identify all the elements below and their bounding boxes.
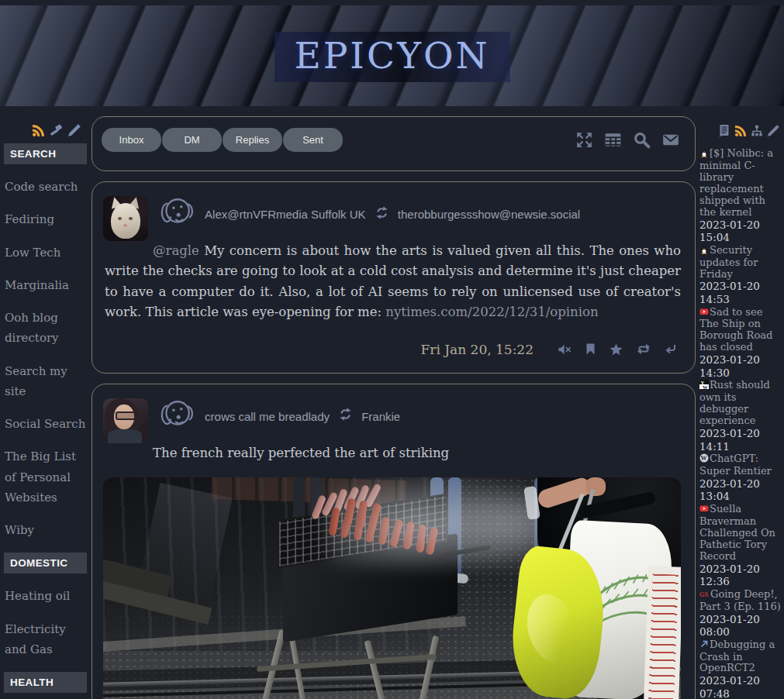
svg-text:W: W bbox=[703, 384, 708, 389]
penguin-icon bbox=[699, 148, 709, 160]
sidebar-link-social-search[interactable]: Social Search bbox=[4, 408, 87, 440]
newswire-item[interactable]: Sad to see The Ship on Borough Road has … bbox=[699, 307, 781, 380]
photo-protest-sign bbox=[644, 566, 681, 699]
table-view-icon[interactable] bbox=[603, 130, 623, 150]
sidebar-link-heating-oil[interactable]: Heating oil bbox=[4, 580, 87, 612]
post-body: The french really perfected the art of s… bbox=[105, 443, 681, 463]
mention-link[interactable]: @ragle bbox=[153, 243, 199, 258]
news-time: 07:48 bbox=[699, 688, 781, 699]
repeat-icon[interactable] bbox=[637, 343, 651, 355]
bookmark-icon[interactable] bbox=[585, 343, 596, 355]
sidebar-section-domestic: DOMESTIC bbox=[4, 553, 87, 573]
mute-icon[interactable] bbox=[558, 344, 572, 355]
article-link[interactable]: nytimes.com/2022/12/31/opinion bbox=[385, 305, 598, 319]
post-author-handle[interactable]: crows call me breadlady bbox=[205, 409, 330, 422]
left-sidebar: SEARCH Code search Fediring Low Tech Mar… bbox=[0, 106, 90, 699]
person-icon[interactable] bbox=[156, 195, 196, 233]
person-icon[interactable] bbox=[156, 397, 196, 436]
moderation-tree-icon[interactable] bbox=[751, 125, 763, 140]
boost-icon bbox=[374, 205, 390, 223]
hammer-icon[interactable] bbox=[50, 124, 63, 137]
timeline: Inbox DM Replies Sent Alex@rtnVFRmedia S… bbox=[92, 106, 696, 699]
news-time: 15:04 bbox=[699, 232, 781, 244]
news-time: 12:36 bbox=[699, 576, 781, 588]
post-author-handle[interactable]: Alex@rtnVFRmedia Suffolk UK bbox=[205, 208, 366, 221]
post-timestamp: Fri Jan 20, 15:22 bbox=[421, 342, 534, 357]
arrow-ne-icon bbox=[699, 639, 709, 652]
sidebar-link-ooh-blog-directory[interactable]: Ooh blog directory bbox=[4, 301, 87, 355]
boost-icon bbox=[337, 407, 354, 425]
expand-icon[interactable] bbox=[575, 130, 594, 150]
newspaper-icon[interactable] bbox=[718, 124, 730, 140]
sidebar-link-code-search[interactable]: Code search bbox=[4, 170, 87, 203]
svg-text:W: W bbox=[701, 455, 707, 462]
post-card: Alex@rtnVFRmedia Suffolk UK therobburges… bbox=[92, 181, 696, 374]
newswire-column: [$] Nolibc: a minimal C-library replacem… bbox=[699, 106, 784, 699]
sidebar-link-wiby[interactable]: Wiby bbox=[4, 514, 87, 546]
newswire-item[interactable]: [$] Nolibc: a minimal C-library replacem… bbox=[699, 148, 781, 244]
tab-sent[interactable]: Sent bbox=[283, 128, 343, 152]
envelope-icon[interactable] bbox=[661, 130, 681, 150]
post-boosted-handle[interactable]: Frankie bbox=[361, 409, 400, 422]
post-text: The french really perfected the art of s… bbox=[153, 446, 449, 460]
newswire-item[interactable]: Debugging a Crash in OpenRCT2 2023-01-20… bbox=[699, 639, 781, 699]
rss-feed-icon[interactable] bbox=[734, 125, 747, 140]
timeline-header: Inbox DM Replies Sent bbox=[92, 116, 696, 171]
news-date: 2023-01-20 bbox=[699, 219, 781, 232]
post-boosted-handle[interactable]: therobburgessshow@newsie.social bbox=[398, 208, 580, 221]
youtube-icon bbox=[699, 504, 709, 516]
post-photo[interactable] bbox=[103, 477, 681, 699]
sidebar-link-low-tech[interactable]: Low Tech bbox=[4, 236, 87, 269]
newswire-item[interactable]: GSGoing Deep!, Part 3 (Ep. 116) 2023-01-… bbox=[699, 589, 781, 639]
post-footer: Fri Jan 20, 15:22 bbox=[103, 342, 676, 357]
news-date: 2023-01-20 bbox=[699, 614, 781, 626]
search-icon[interactable] bbox=[632, 130, 651, 150]
news-date: 2023-01-20 bbox=[699, 281, 781, 293]
newswire-item[interactable]: WChatGPT: Super Rentier 2023-01-20 13:04 bbox=[699, 453, 781, 503]
epicyon-page: { "banner": { "title": "EPICYON" }, "col… bbox=[0, 0, 784, 699]
newswire-item[interactable]: YWRust should own its debugger experienc… bbox=[699, 380, 781, 453]
news-date: 2023-01-20 bbox=[699, 478, 781, 491]
news-date: 2023-01-20 bbox=[699, 675, 781, 687]
post-card: crows call me breadlady Frankie The fren… bbox=[92, 384, 696, 699]
rss-feed-icon[interactable] bbox=[32, 124, 45, 137]
sidebar-link-search-my-site[interactable]: Search my site bbox=[4, 355, 87, 408]
site-title: EPICYON bbox=[274, 32, 509, 82]
avatar[interactable] bbox=[103, 398, 148, 443]
sidebar-section-health: HEALTH bbox=[4, 672, 87, 693]
news-date: 2023-01-20 bbox=[699, 428, 781, 440]
wordpress-icon: W bbox=[699, 453, 709, 466]
sidebar-link-marginalia[interactable]: Marginalia bbox=[4, 269, 87, 301]
sidebar-link-electricity-and-gas[interactable]: Electricity and Gas bbox=[4, 613, 87, 666]
sidebar-link-fediring[interactable]: Fediring bbox=[4, 203, 87, 236]
news-time: 13:04 bbox=[699, 491, 781, 503]
news-time: 14:11 bbox=[699, 441, 781, 453]
newswire-item[interactable]: Security updates for Friday 2023-01-20 1… bbox=[699, 245, 781, 306]
tab-dm[interactable]: DM bbox=[162, 128, 222, 152]
news-time: 08:00 bbox=[699, 626, 781, 639]
banner-image[interactable]: EPICYON bbox=[0, 5, 784, 106]
gs-logo-icon: GS bbox=[699, 589, 710, 601]
news-time: 14:30 bbox=[699, 367, 781, 380]
tab-inbox[interactable]: Inbox bbox=[102, 128, 161, 152]
tab-replies[interactable]: Replies bbox=[223, 128, 282, 152]
reply-icon[interactable] bbox=[665, 344, 676, 355]
svg-text:GS: GS bbox=[699, 590, 709, 597]
sidebar-section-search: SEARCH bbox=[4, 143, 87, 164]
star-icon[interactable] bbox=[610, 343, 623, 356]
edit-pen-icon[interactable] bbox=[67, 124, 81, 137]
penguin-icon bbox=[699, 245, 709, 257]
news-time: 14:53 bbox=[699, 294, 781, 306]
post-body: @ragle My concern is about how the arts … bbox=[105, 241, 681, 323]
news-date: 2023-01-20 bbox=[699, 354, 781, 367]
news-date: 2023-01-20 bbox=[699, 563, 781, 576]
edit-pen-icon[interactable] bbox=[767, 125, 779, 140]
yw-logo-icon: YW bbox=[699, 380, 709, 392]
avatar[interactable] bbox=[103, 196, 148, 241]
youtube-icon bbox=[699, 307, 709, 319]
newswire-item[interactable]: Suella Braverman Challenged On Pathetic … bbox=[699, 504, 781, 588]
sidebar-link-big-list-personal-websites[interactable]: The Big List of Personal Websites bbox=[4, 440, 87, 514]
